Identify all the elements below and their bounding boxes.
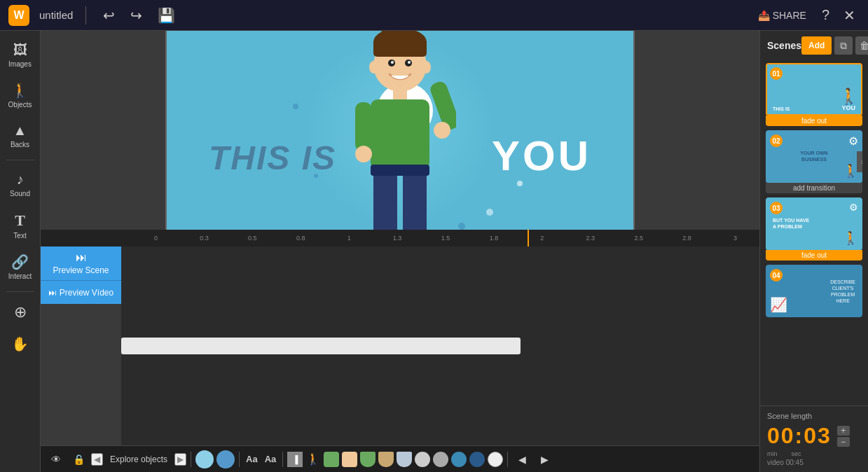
dot-4 (293, 104, 298, 109)
tick-3: 3 (711, 235, 759, 242)
thumb-content-2: YOUR OWNBUSINESS (800, 150, 827, 164)
left-sidebar: 🖼 Images 🚶 Objects ▲ Backs ♪ Sound T Tex… (0, 31, 41, 472)
svg-point-10 (369, 61, 378, 74)
thumb-text-3: BUT YOU HAVEA PROBLEM (773, 217, 809, 231)
zoom-button[interactable]: ⊕ (2, 298, 39, 327)
scene-length-sub: min sec (767, 450, 861, 457)
backs-icon: ▲ (13, 123, 27, 139)
scene-length-plus[interactable]: + (837, 426, 850, 436)
toolbar-separator-4 (507, 452, 508, 467)
topbar-right: 📤 SHARE ? ✕ (752, 6, 860, 25)
lock-button[interactable]: 🔒 (69, 450, 88, 469)
scene-num-1: 01 (770, 67, 783, 80)
skin-shape[interactable] (342, 452, 357, 467)
sidebar-item-backs[interactable]: ▲ Backs (2, 117, 39, 154)
arrow-left-button[interactable]: ◀ (91, 453, 103, 466)
app-logo[interactable]: W (8, 5, 29, 26)
add-scene-button[interactable]: Add (801, 36, 832, 55)
timeline-clip[interactable] (121, 338, 521, 354)
svg-point-16 (355, 146, 372, 162)
delete-scene-button[interactable]: 🗑 (855, 36, 868, 55)
scene-length-panel: Scene length 00:03 + − min sec video 00:… (760, 405, 868, 472)
add-transition-label[interactable]: add transition (766, 183, 862, 193)
app-title: untitled (39, 9, 73, 21)
circle-shape-white[interactable] (488, 452, 503, 467)
scene-thumb-2: 02 YOUR OWNBUSINESS ⚙ 🚶 (766, 130, 862, 183)
toolbar-separator-2 (239, 452, 240, 467)
canvas-stage[interactable]: ↘ THIS IS YOU (165, 31, 635, 230)
scene-num-4: 04 (770, 269, 783, 282)
sidebar-item-objects[interactable]: 🚶 Objects (2, 76, 39, 114)
redo-button[interactable]: ↪ (126, 6, 146, 25)
sidebar-item-sound[interactable]: ♪ Sound (2, 166, 39, 203)
scenes-actions: Add ⧉ 🗑 (801, 36, 868, 55)
character-obj[interactable]: 🚶 (305, 452, 321, 467)
text-icon: T (15, 211, 25, 230)
sidebar-item-text[interactable]: T Text (2, 206, 39, 245)
gray-arch-shape[interactable] (397, 452, 412, 467)
thumb-char-2: 🚶 (843, 163, 858, 179)
scene-item-4[interactable]: 04 DESCRIBECLIENT'SPROBLEMHERE 📈 (766, 265, 862, 317)
circle-shape-dark-blue[interactable] (469, 452, 485, 467)
save-button[interactable]: 💾 (153, 6, 179, 25)
sidebar-divider-2 (6, 291, 34, 292)
arrow-right-button[interactable]: ▶ (174, 453, 186, 466)
arch-shape[interactable] (360, 452, 376, 467)
hand-icon: ✋ (11, 335, 29, 352)
color-swatch-blue[interactable] (216, 450, 235, 468)
help-button[interactable]: ? (818, 6, 834, 25)
scene-num-3: 03 (770, 202, 783, 214)
scene-transition-1: fade out (766, 116, 862, 126)
scene-thumb-1: 01 THIS IS YOU 🚶 (766, 63, 862, 116)
tick-05: 0.5 (228, 235, 277, 242)
scenes-list: 01 THIS IS YOU 🚶 fade out 02 YOUR OWNBUS… (760, 60, 868, 405)
sidebar-item-images[interactable]: 🖼 Images (2, 36, 39, 74)
share-button[interactable]: 📤 SHARE (752, 7, 812, 24)
tick-0: 0 (132, 235, 180, 242)
tick-15: 1.5 (422, 235, 470, 242)
canvas-wrapper[interactable]: ↘ THIS IS YOU (41, 31, 759, 230)
thumb-gear-2: ⚙ (848, 134, 858, 148)
copy-scene-button[interactable]: ⧉ (834, 36, 853, 55)
scene-length-minus[interactable]: − (837, 437, 850, 447)
shape-pillar[interactable]: ▐ (287, 452, 303, 467)
preview-video-button[interactable]: ⏭ Preview Vídeo (41, 280, 121, 304)
scene-num-2: 02 (770, 134, 783, 147)
preview-scene-icon: ⏭ (76, 251, 87, 264)
timeline-track[interactable] (121, 247, 759, 445)
tick-08: 0.8 (277, 235, 325, 242)
undo-button[interactable]: ↩ (99, 6, 119, 25)
circle-shape-mid[interactable] (433, 452, 448, 467)
character-figure (344, 31, 456, 230)
scenes-title: Scenes (767, 40, 801, 51)
nav-arrow-right[interactable]: ▶ (535, 450, 554, 469)
scene-item-3[interactable]: 03 BUT YOU HAVEA PROBLEM 🚶 ⚙ fade out (766, 197, 862, 261)
thumb-gear-3: ⚙ (849, 202, 858, 213)
nav-arrow-left[interactable]: ◀ (512, 450, 532, 469)
scene-item-1[interactable]: 01 THIS IS YOU 🚶 fade out (766, 63, 862, 126)
images-icon: 🖼 (13, 42, 27, 58)
toolbar-separator-3 (282, 452, 283, 467)
color-swatch-blue-light[interactable] (195, 450, 214, 468)
text-style-serif[interactable]: Aa (244, 454, 260, 464)
scene-transition-3: fade out (766, 250, 862, 261)
topbar: W untitled ↩ ↪ 💾 📤 SHARE ? ✕ (0, 0, 868, 31)
zoom-icon: ⊕ (14, 303, 27, 321)
tan-arch-shape[interactable] (378, 452, 394, 467)
dot-3 (486, 209, 493, 216)
close-button[interactable]: ✕ (839, 6, 860, 25)
tick-2: 2 (518, 235, 566, 242)
scene-item-2[interactable]: 02 YOUR OWNBUSINESS ⚙ 🚶 add transition › (766, 130, 862, 193)
eye-button[interactable]: 👁 (46, 450, 66, 469)
circle-shape-light[interactable] (415, 452, 430, 467)
scene-length-digits: 00:03 (767, 423, 832, 449)
circle-shape-blue[interactable] (451, 452, 467, 467)
canvas-area: ↘ THIS IS YOU (41, 31, 759, 472)
sidebar-item-interact[interactable]: 🔗 Interact (2, 248, 39, 286)
scene-expander[interactable]: › (857, 151, 862, 172)
hand-tool-button[interactable]: ✋ (2, 330, 39, 358)
preview-scene-button[interactable]: ⏭ Preview Scene (41, 247, 121, 280)
text-style-sans[interactable]: Aa (263, 454, 279, 464)
tick-25: 2.5 (614, 235, 663, 242)
green-shape[interactable] (324, 452, 339, 467)
